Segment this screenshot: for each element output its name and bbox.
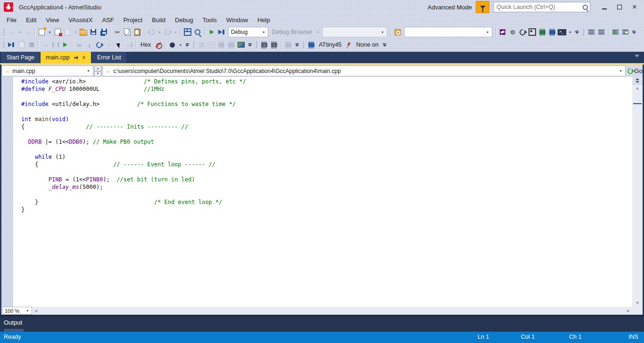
chevron-down-icon[interactable]: ▼ (261, 31, 267, 34)
wrench-icon[interactable]: ⚙ (508, 27, 518, 37)
step-out-icon[interactable]: ↑ (104, 40, 114, 50)
close-tab-icon[interactable]: × (82, 55, 86, 60)
toolbar-grip[interactable] (3, 41, 5, 49)
menu-asf[interactable]: ASF (97, 15, 118, 25)
code-editor[interactable]: #include <avr/io.h> /* Defines pins, por… (13, 77, 632, 307)
code-line[interactable]: DDRB |= (1<<DDB0); // Make PB0 output (21, 138, 632, 146)
breakpoint-icon[interactable] (167, 40, 177, 50)
program-device-icon[interactable]: ↓ (259, 40, 269, 50)
show-next-statement-icon[interactable]: → (41, 40, 50, 50)
disable-breakpoints-icon[interactable] (153, 40, 163, 50)
copy-icon[interactable] (123, 27, 132, 37)
solution-explorer-icon[interactable] (183, 27, 193, 37)
code-line[interactable] (21, 146, 632, 153)
quick-launch-input[interactable] (495, 3, 583, 11)
spin-down-icon[interactable]: ▼ (94, 71, 101, 77)
tab-list-chevron-icon[interactable] (635, 55, 639, 57)
decrease-indent-icon[interactable] (586, 27, 596, 37)
debug-browser-label[interactable]: Debug Browser (270, 29, 315, 35)
device-name-label[interactable]: ATtiny45 (316, 41, 344, 48)
mode-filter-button[interactable] (476, 1, 489, 13)
code-line[interactable]: int main(void) (21, 115, 632, 123)
editor-zoom-combo[interactable]: 100 % ▼ (2, 307, 32, 315)
code-line[interactable]: { // ------ Event loop ------ // (21, 161, 632, 168)
code-line[interactable] (21, 93, 632, 100)
run-to-cursor-icon[interactable] (124, 40, 134, 50)
chevron-down-icon[interactable]: ▼ (380, 31, 386, 34)
scope-combo[interactable]: → main.cpp ▼ (1, 65, 93, 76)
cut-icon[interactable]: ✂ (113, 27, 123, 37)
toolbar-grip[interactable] (583, 28, 585, 36)
code-line[interactable] (21, 131, 632, 138)
history-icon[interactable] (518, 27, 528, 37)
pin-icon[interactable] (74, 56, 78, 60)
code-line[interactable] (21, 168, 632, 176)
menu-vassistx[interactable]: VAssistX (64, 15, 97, 25)
solution-configuration-combo[interactable]: Debug▼ (228, 27, 268, 37)
code-line[interactable]: } /* End event loop */ (21, 198, 632, 206)
code-line[interactable]: #include <util/delay.h> /* Functions to … (21, 100, 632, 108)
toolbar-overflow-icon[interactable] (632, 31, 636, 34)
selected-device-icon[interactable] (306, 40, 316, 50)
spin-up-icon[interactable]: ▲ (94, 65, 101, 71)
find-icon[interactable] (193, 27, 203, 37)
start-debugging-icon[interactable] (207, 27, 217, 37)
code-line[interactable]: #include <avr/io.h> /* Defines pins, por… (21, 78, 632, 85)
region-select-icon[interactable] (528, 27, 537, 37)
code-line[interactable] (21, 191, 632, 198)
dropdown-caret-icon[interactable]: ▼ (567, 31, 573, 34)
go-button[interactable]: Go (627, 67, 643, 74)
menu-debug[interactable]: Debug (170, 15, 198, 25)
scroll-left-icon[interactable]: ◄ (32, 308, 40, 313)
feedback-icon[interactable] (498, 27, 508, 37)
step-into-icon[interactable]: ↓ (84, 40, 94, 50)
menu-project[interactable]: Project (119, 15, 147, 25)
paste-icon[interactable] (132, 27, 142, 37)
tab-main-cpp[interactable]: main.cpp× (41, 52, 91, 63)
dropdown-caret-icon[interactable]: ▼ (47, 31, 53, 34)
code-line[interactable]: while (1) (21, 153, 632, 161)
toolbar-overflow-icon[interactable] (575, 31, 579, 34)
find-in-files-icon[interactable] (393, 27, 403, 37)
navigate-forward-icon[interactable]: → (23, 27, 33, 37)
new-file-icon[interactable] (63, 27, 73, 37)
tab-error-list[interactable]: Error List (92, 52, 126, 63)
dropdown-caret-icon[interactable]: ▼ (157, 31, 163, 34)
file-path-combo[interactable]: → c:\users\computer\Documents\Atmel Stud… (102, 65, 626, 76)
device-programming-icon[interactable] (537, 27, 547, 37)
start-debug-break-icon[interactable] (217, 27, 227, 37)
uncomment-lines-icon[interactable] (620, 27, 630, 37)
save-icon[interactable] (89, 27, 99, 37)
toolbar-grip[interactable] (193, 41, 195, 49)
output-panel-title[interactable]: Output (4, 319, 22, 326)
break-all-icon[interactable] (50, 40, 60, 50)
navigate-back-icon[interactable]: ← (7, 27, 17, 37)
toolbar-overflow-icon[interactable] (383, 43, 387, 47)
toolbar-grip[interactable] (303, 41, 305, 49)
close-button[interactable]: × (627, 1, 642, 13)
memory-view-icon[interactable]: 0x (206, 40, 216, 50)
undo-icon[interactable] (147, 27, 157, 37)
nav-spinner[interactable]: ▲ ▼ (94, 65, 101, 76)
stop-debugging-icon[interactable] (26, 40, 36, 50)
toolbar-overflow-icon[interactable] (295, 43, 299, 47)
debugger-tool-icon[interactable] (344, 40, 354, 50)
dropdown-caret-icon[interactable]: ▼ (173, 31, 179, 34)
dropdown-caret-icon[interactable]: ▼ (177, 43, 183, 47)
toolbar-grip[interactable] (3, 28, 5, 36)
debugger-tool-label[interactable]: None on (354, 41, 381, 48)
hex-toggle[interactable]: Hex (138, 41, 153, 48)
scroll-down-icon[interactable]: ▼ (632, 299, 643, 307)
screen-capture-icon[interactable] (236, 40, 246, 50)
menu-file[interactable]: File (2, 15, 21, 25)
toolbar-grip[interactable] (256, 41, 257, 49)
save-all-icon[interactable] (99, 27, 108, 37)
minimize-button[interactable] (597, 1, 612, 13)
open-file-icon[interactable] (79, 27, 89, 37)
debug-browser-combo[interactable]: ▼ (322, 27, 387, 37)
scroll-right-icon[interactable]: ► (625, 308, 632, 313)
quick-launch-box[interactable] (493, 2, 590, 12)
menu-window[interactable]: Window (222, 15, 253, 25)
restore-button[interactable] (612, 1, 627, 13)
add-new-item-icon[interactable] (53, 27, 63, 37)
